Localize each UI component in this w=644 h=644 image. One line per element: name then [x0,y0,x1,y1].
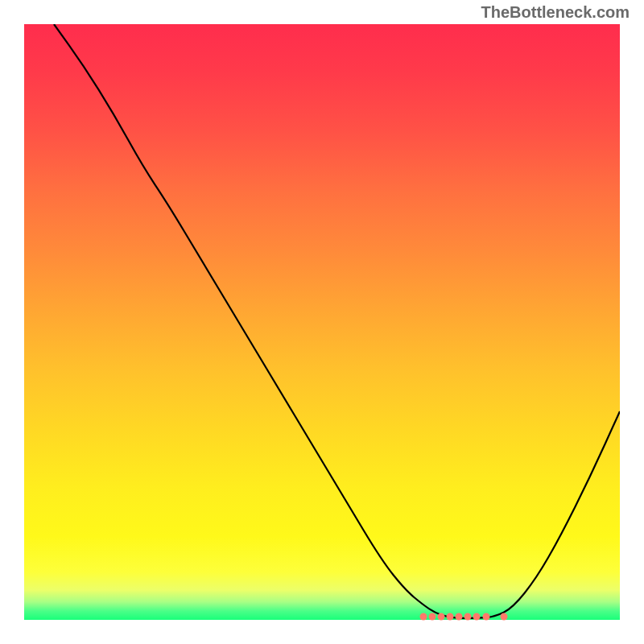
highlight-marker [438,613,445,620]
highlight-marker [456,613,463,620]
watermark-text: TheBottleneck.com [481,3,630,22]
bottleneck-curve-line [54,24,620,618]
highlight-marker [500,613,507,620]
highlight-marker [428,613,436,620]
highlight-marker [473,613,481,620]
highlight-marker [464,613,472,620]
highlight-marker [447,613,454,620]
highlight-marker [419,613,427,620]
highlight-marker [482,613,489,620]
chart-svg [24,24,620,620]
